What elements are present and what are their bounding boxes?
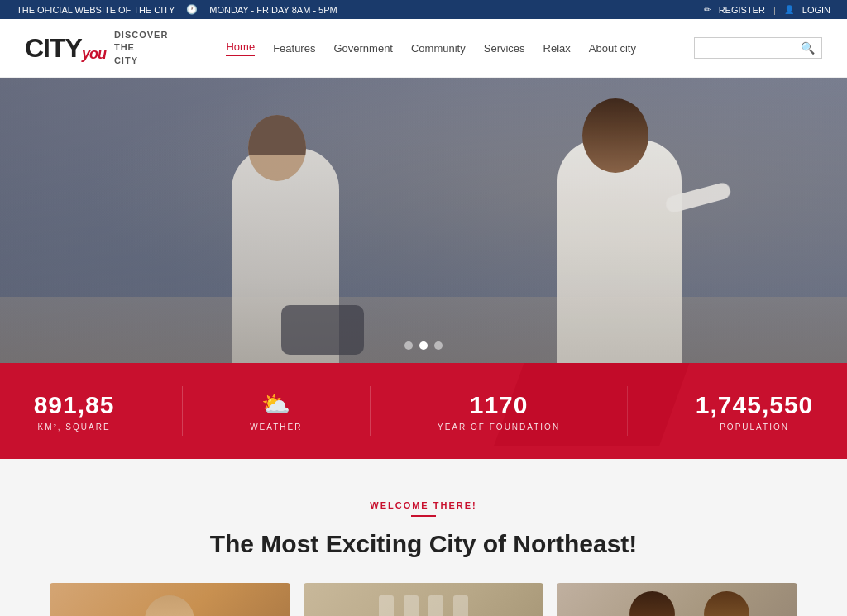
welcome-section: WELCOME THERE! The Most Exciting City of… <box>0 459 847 616</box>
stat-population: 1,745,550 POPULATION <box>696 391 813 432</box>
divider: | <box>773 5 776 15</box>
logo-you: you <box>82 45 106 62</box>
nav-government[interactable]: Government <box>333 42 393 55</box>
nav-home[interactable]: Home <box>226 41 255 56</box>
welcome-title: The Most Exciting City of Northeast! <box>25 530 822 558</box>
cards-row <box>25 583 822 616</box>
pencil-icon: ✏ <box>704 5 711 14</box>
search-box[interactable]: 🔍 <box>694 37 822 59</box>
card-3[interactable] <box>557 583 797 616</box>
hero-dot-2[interactable] <box>419 341 428 350</box>
hero-dot-3[interactable] <box>434 341 443 350</box>
stat-foundation-label: YEAR OF FOUNDATION <box>438 423 560 432</box>
hero-section <box>0 78 847 363</box>
stat-square: 891,85 KM², SQUARE <box>34 391 115 432</box>
stat-population-value: 1,745,550 <box>696 391 813 419</box>
header: CITYyou DISCOVER THE CITY Home Features … <box>0 19 847 78</box>
nav-relax[interactable]: Relax <box>543 42 571 55</box>
stat-foundation: 1170 YEAR OF FOUNDATION <box>438 391 560 432</box>
stat-square-label: KM², SQUARE <box>34 423 115 432</box>
main-nav: Home Features Government Community Servi… <box>226 41 636 56</box>
hero-dot-1[interactable] <box>404 341 413 350</box>
card-2[interactable] <box>304 583 544 616</box>
top-bar-left: THE OFICIAL WEBSITE OF THE CITY 🕐 MONDAY… <box>17 4 337 15</box>
user-icon: 👤 <box>784 5 794 14</box>
logo-tagline: DISCOVER THE CITY <box>114 29 168 67</box>
stat-divider-1 <box>182 386 183 436</box>
stat-square-value: 891,85 <box>34 391 115 419</box>
search-input[interactable] <box>701 42 801 54</box>
card-1[interactable] <box>50 583 290 616</box>
stats-bar: 891,85 KM², SQUARE ⛅ WEATHER 1170 YEAR O… <box>0 363 847 459</box>
stat-divider-2 <box>370 386 371 436</box>
hero-dots <box>404 341 443 350</box>
top-bar-right: ✏ REGISTER | 👤 LOGIN <box>704 5 830 15</box>
weather-icon: ⛅ <box>250 390 302 418</box>
person-right <box>557 140 682 363</box>
welcome-tag: WELCOME THERE! <box>25 500 822 510</box>
clock-icon: 🕐 <box>186 4 198 15</box>
stat-weather-label: WEATHER <box>250 423 302 432</box>
stat-weather: ⛅ WEATHER <box>250 390 302 432</box>
top-bar: THE OFICIAL WEBSITE OF THE CITY 🕐 MONDAY… <box>0 0 847 19</box>
scooter <box>281 305 364 355</box>
hours-text: MONDAY - FRIDAY 8AM - 5PM <box>209 5 337 15</box>
search-icon[interactable]: 🔍 <box>801 41 815 55</box>
nav-community[interactable]: Community <box>411 42 466 55</box>
logo: CITYyou <box>25 33 106 64</box>
stat-divider-3 <box>627 386 628 436</box>
stat-foundation-value: 1170 <box>438 391 560 419</box>
official-website-text: THE OFICIAL WEBSITE OF THE CITY <box>17 5 175 15</box>
welcome-divider <box>411 515 436 517</box>
register-link[interactable]: REGISTER <box>719 5 765 15</box>
nav-about[interactable]: About city <box>589 42 636 55</box>
nav-features[interactable]: Features <box>273 42 315 55</box>
logo-area: CITYyou DISCOVER THE CITY <box>25 29 168 67</box>
stat-population-label: POPULATION <box>696 423 813 432</box>
login-link[interactable]: LOGIN <box>802 5 830 15</box>
nav-services[interactable]: Services <box>484 42 525 55</box>
